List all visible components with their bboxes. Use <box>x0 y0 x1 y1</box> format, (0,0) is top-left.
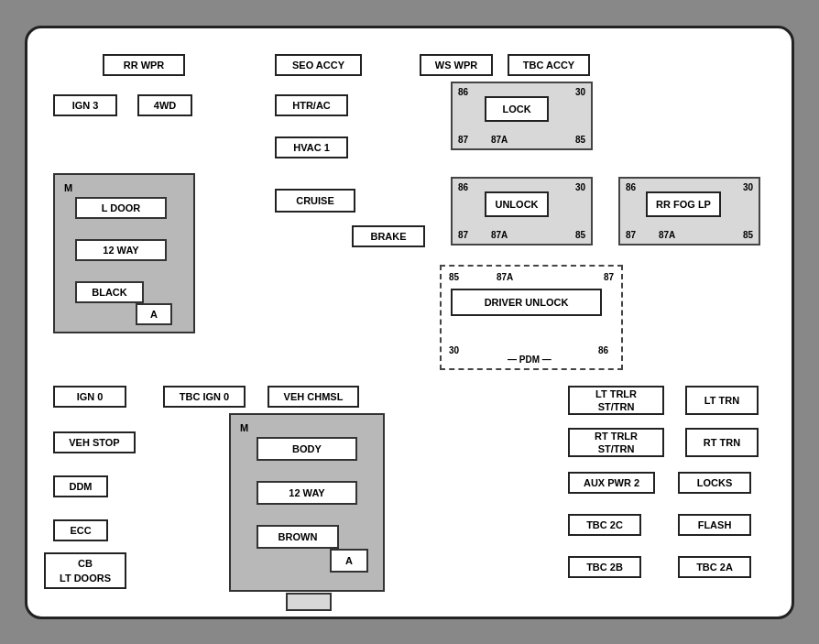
tbc-accy-label: TBC ACCY <box>508 54 590 76</box>
tbc-2c-label: TBC 2C <box>568 514 641 536</box>
htr-ac-label: HTR/AC <box>275 94 348 116</box>
lt-trlr-label: LT TRLR ST/TRN <box>568 386 664 415</box>
pdm-box: 85 87A 87 DRIVER UNLOCK 30 86 — PDM — <box>440 265 623 370</box>
tbc-ign0-label: TBC IGN 0 <box>163 386 246 408</box>
tbc-2b-label: TBC 2B <box>568 556 641 578</box>
bottom-connector-tab <box>286 593 332 611</box>
veh-stop-label: VEH STOP <box>53 431 136 453</box>
rr-wpr-label: RR WPR <box>103 54 185 76</box>
rt-trlr-label: RT TRLR ST/TRN <box>568 428 664 457</box>
cruise-label: CRUISE <box>275 189 355 213</box>
ecc-label: ECC <box>53 519 108 541</box>
seo-accy-label: SEO ACCY <box>275 54 362 76</box>
flash-label: FLASH <box>678 514 751 536</box>
fwd-label: 4WD <box>137 94 192 116</box>
ign0-label: IGN 0 <box>53 386 126 408</box>
ws-wpr-label: WS WPR <box>420 54 493 76</box>
tbc-2a-label: TBC 2A <box>678 556 751 578</box>
ddm-label: DDM <box>53 475 108 497</box>
rt-trn-label: RT TRN <box>685 428 759 457</box>
rr-fog-lp-relay: 86 30 RR FOG LP 87 87A 85 <box>618 177 760 246</box>
hvac1-label: HVAC 1 <box>275 136 348 158</box>
brake-label: BRAKE <box>352 225 425 247</box>
unlock-relay: 86 30 UNLOCK 87 87A 85 <box>451 177 593 246</box>
lock-relay: 86 30 87 LOCK 87A 85 <box>451 82 593 150</box>
aux-pwr2-label: AUX PWR 2 <box>568 472 655 494</box>
veh-chmsl-label: VEH CHMSL <box>268 386 359 408</box>
fuse-diagram: RR WPR SEO ACCY WS WPR TBC ACCY IGN 3 4W… <box>25 26 794 619</box>
locks-label: LOCKS <box>678 472 751 494</box>
lt-trn-label: LT TRN <box>685 386 759 415</box>
right-door-connector: M BODY 12 WAY BROWN A <box>229 413 385 592</box>
left-door-connector: M L DOOR 12 WAY BLACK A <box>53 173 195 333</box>
ign3-label: IGN 3 <box>53 94 117 116</box>
cb-lt-doors-label: CB LT DOORS <box>44 552 126 589</box>
